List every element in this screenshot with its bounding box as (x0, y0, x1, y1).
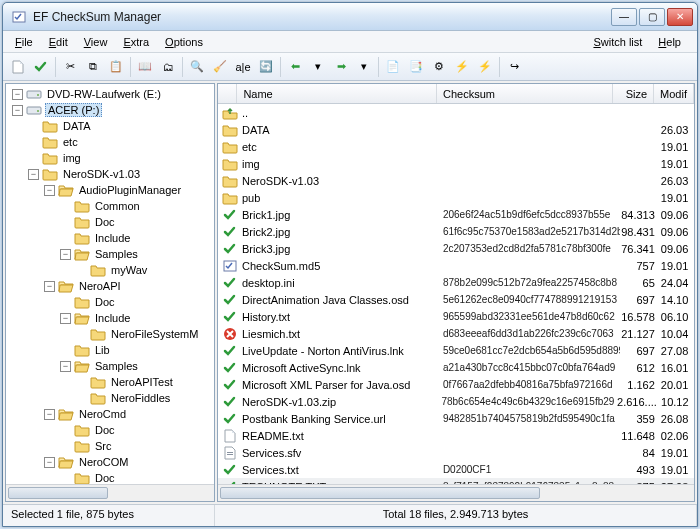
tree-row[interactable]: −ACER (P:) (8, 102, 212, 118)
expand-icon[interactable]: − (44, 281, 55, 292)
table-row[interactable]: desktop.ini878b2e099c512b72a9fea2257458c… (218, 274, 694, 291)
expand-icon[interactable]: − (60, 313, 71, 324)
tree-row[interactable]: −NeroAPI (8, 278, 212, 294)
tree-row[interactable]: −DVD-RW-Laufwerk (E:) (8, 86, 212, 102)
menu-edit[interactable]: Edit (43, 34, 74, 50)
tree-row[interactable]: Common (8, 198, 212, 214)
col-name[interactable]: Name (237, 84, 437, 103)
expand-icon[interactable]: − (44, 457, 55, 468)
menu-extra[interactable]: Extra (117, 34, 155, 50)
table-row[interactable]: Brick3.jpg2c207353ed2cd8d2fa5781c78bf300… (218, 240, 694, 257)
paste-icon[interactable]: 📋 (105, 56, 127, 78)
table-row[interactable]: NeroSDK-v1.0326.03 (218, 172, 694, 189)
tree-row[interactable]: NeroFileSystemM (8, 326, 212, 342)
tree-row[interactable]: −NeroCOM (8, 454, 212, 470)
tree-row[interactable]: Doc (8, 214, 212, 230)
table-row[interactable]: etc19.01 (218, 138, 694, 155)
tree-row[interactable]: Doc (8, 294, 212, 310)
menu-switch-list[interactable]: Switch list (587, 34, 648, 50)
expand-icon[interactable]: − (60, 361, 71, 372)
table-row[interactable]: Services.txtD0200CF149319.01 (218, 461, 694, 478)
table-row[interactable]: DATA26.03 (218, 121, 694, 138)
expand-icon[interactable]: − (44, 185, 55, 196)
search-icon[interactable]: 🔍 (186, 56, 208, 78)
minimize-button[interactable]: — (611, 8, 637, 26)
table-row[interactable]: pub19.01 (218, 189, 694, 206)
refresh-icon[interactable]: 🔄 (255, 56, 277, 78)
book-icon[interactable]: 📖 (134, 56, 156, 78)
folder-tree[interactable]: −DVD-RW-Laufwerk (E:)−ACER (P:)DATAetcim… (6, 84, 214, 484)
cell-name: Liesmich.txt (242, 328, 443, 340)
tree-row[interactable]: Doc (8, 422, 212, 438)
maximize-button[interactable]: ▢ (639, 8, 665, 26)
tree-row[interactable]: NeroFiddles (8, 390, 212, 406)
back-drop-icon[interactable]: ▾ (307, 56, 329, 78)
titlebar[interactable]: EF CheckSum Manager — ▢ ✕ (3, 3, 697, 31)
expand-icon[interactable]: − (12, 89, 23, 100)
verify-icon[interactable] (30, 56, 52, 78)
col-checksum[interactable]: Checksum (437, 84, 613, 103)
new-icon[interactable] (7, 56, 29, 78)
table-row[interactable]: README.txt11.64802.06 (218, 427, 694, 444)
table-row[interactable]: Postbank Banking Service.url9482851b7404… (218, 410, 694, 427)
expand-icon[interactable]: − (12, 105, 23, 116)
list-hscrollbar[interactable] (218, 484, 694, 501)
table-row[interactable]: DirectAnimation Java Classes.osd5e61262e… (218, 291, 694, 308)
tree-row[interactable]: −Include (8, 310, 212, 326)
tree-row[interactable]: Src (8, 438, 212, 454)
close-button[interactable]: ✕ (667, 8, 693, 26)
forward-drop-icon[interactable]: ▾ (353, 56, 375, 78)
tree-row[interactable]: −Samples (8, 246, 212, 262)
filter-icon[interactable]: 🧹 (209, 56, 231, 78)
col-size[interactable]: Size (613, 84, 654, 103)
list-header[interactable]: Name Checksum Size Modif (218, 84, 694, 104)
table-row[interactable]: NeroSDK-v1.03.zip78b6c654e4c49c6b4329c16… (218, 393, 694, 410)
tree-hscrollbar[interactable] (6, 484, 214, 501)
table-row[interactable]: Brick2.jpg61f6c95c75370e1583ad2e5217b314… (218, 223, 694, 240)
table-row[interactable]: LiveUpdate - Norton AntiVirus.lnk59ce0e6… (218, 342, 694, 359)
table-row[interactable]: Microsoft ActiveSync.lnka21a430b7cc8c415… (218, 359, 694, 376)
cut-icon[interactable]: ✂ (59, 56, 81, 78)
table-row[interactable]: CheckSum.md575719.01 (218, 257, 694, 274)
bolt2-icon[interactable]: ⚡ (474, 56, 496, 78)
table-row[interactable]: Brick1.jpg206e6f24ac51b9df6efc5dcc8937b5… (218, 206, 694, 223)
table-row[interactable]: img19.01 (218, 155, 694, 172)
tree-row[interactable]: img (8, 150, 212, 166)
menu-file[interactable]: File (9, 34, 39, 50)
expand-icon[interactable]: − (44, 409, 55, 420)
table-row[interactable]: Microsoft XML Parser for Java.osd0f7667a… (218, 376, 694, 393)
expand-icon[interactable]: − (60, 249, 71, 260)
cards-icon[interactable]: 🗂 (157, 56, 179, 78)
back-icon[interactable]: ⬅ (284, 56, 306, 78)
tree-row[interactable]: DATA (8, 118, 212, 134)
tree-row[interactable]: Lib (8, 342, 212, 358)
tool1-icon[interactable]: 📄 (382, 56, 404, 78)
expand-icon[interactable]: − (28, 169, 39, 180)
tree-row[interactable]: −NeroSDK-v1.03 (8, 166, 212, 182)
tree-row[interactable]: NeroAPITest (8, 374, 212, 390)
exit-icon[interactable]: ↪ (503, 56, 525, 78)
gear-icon[interactable]: ⚙ (428, 56, 450, 78)
tree-row[interactable]: −AudioPluginManager (8, 182, 212, 198)
table-row[interactable]: Liesmich.txtd683eeeaf6dd3d1ab226fc239c6c… (218, 325, 694, 342)
table-row[interactable]: History.txt965599abd32331ee561de47b8d60c… (218, 308, 694, 325)
tree-row[interactable]: Include (8, 230, 212, 246)
tool2-icon[interactable]: 📑 (405, 56, 427, 78)
tree-row[interactable]: myWav (8, 262, 212, 278)
col-modif[interactable]: Modif (654, 84, 694, 103)
table-row[interactable]: Services.sfv8419.01 (218, 444, 694, 461)
tree-row[interactable]: Doc (8, 470, 212, 484)
tree-row[interactable]: −Samples (8, 358, 212, 374)
bolt1-icon[interactable]: ⚡ (451, 56, 473, 78)
tree-row[interactable]: etc (8, 134, 212, 150)
menu-options[interactable]: Options (159, 34, 209, 50)
options-icon[interactable]: a|e (232, 56, 254, 78)
file-list[interactable]: ..DATA26.03etc19.01img19.01NeroSDK-v1.03… (218, 104, 694, 484)
forward-icon[interactable]: ➡ (330, 56, 352, 78)
copy-icon[interactable]: ⧉ (82, 56, 104, 78)
menu-help[interactable]: Help (652, 34, 687, 50)
menu-view[interactable]: View (78, 34, 114, 50)
col-icon[interactable] (218, 84, 237, 103)
table-row[interactable]: .. (218, 104, 694, 121)
tree-row[interactable]: −NeroCmd (8, 406, 212, 422)
